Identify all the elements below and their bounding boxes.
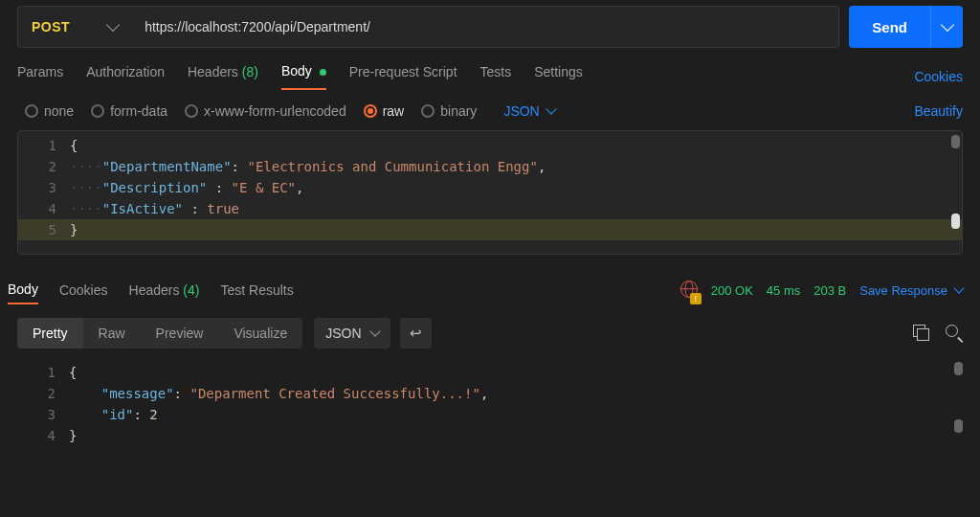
radio-icon: [421, 104, 434, 118]
response-format-label: JSON: [325, 326, 361, 341]
tab-headers[interactable]: Headers (8): [188, 64, 258, 89]
radio-icon: [25, 104, 38, 118]
search-icon[interactable]: [946, 325, 963, 342]
tab-body[interactable]: Body: [281, 63, 326, 90]
url-value: https://localhost:7200/api/Department/: [145, 19, 370, 34]
opt-binary[interactable]: binary: [421, 103, 477, 119]
line-number: 3: [18, 180, 70, 195]
line-number: 2: [17, 386, 69, 401]
request-body-editor[interactable]: 1{2····"DepartmentName": "Electronics an…: [17, 130, 963, 255]
response-tabs: Body Cookies Headers (4) Test Results ! …: [0, 276, 980, 304]
code-line: 3 "id": 2: [17, 404, 963, 425]
view-preview[interactable]: Preview: [141, 318, 219, 348]
code-line: 2····"DepartmentName": "Electronics and …: [18, 156, 962, 177]
code-line: 2 "message": "Deparment Created Successf…: [17, 383, 963, 404]
body-type-row: none form-data x-www-form-urlencoded raw…: [0, 90, 980, 130]
status-time: 45 ms: [767, 283, 800, 298]
method-dropdown[interactable]: POST: [17, 6, 131, 48]
warning-badge-icon: !: [690, 293, 702, 304]
request-bar: POST https://localhost:7200/api/Departme…: [0, 0, 980, 48]
view-raw[interactable]: Raw: [83, 318, 141, 348]
response-body-viewer[interactable]: 1{2 "message": "Deparment Created Succes…: [0, 358, 980, 463]
radio-icon: [185, 104, 198, 118]
line-number: 4: [18, 201, 70, 216]
chevron-down-icon: [953, 282, 964, 293]
status-group: ! 200 OK 45 ms 203 B Save Response: [680, 281, 963, 301]
code-line: 4}: [17, 425, 963, 446]
cookies-link[interactable]: Cookies: [914, 69, 963, 84]
beautify-link[interactable]: Beautify: [914, 103, 963, 119]
wrap-lines-button[interactable]: ↩: [400, 318, 432, 348]
resp-tab-headers[interactable]: Headers (4): [129, 277, 200, 303]
save-response-label: Save Response: [859, 283, 947, 298]
view-pretty[interactable]: Pretty: [17, 318, 83, 348]
code-content: "id": 2: [69, 407, 963, 422]
tab-tests[interactable]: Tests: [480, 64, 512, 89]
response-section: Body Cookies Headers (4) Test Results ! …: [0, 276, 980, 463]
scrollbar-thumb[interactable]: [954, 362, 963, 375]
resp-tab-cookies[interactable]: Cookies: [59, 277, 108, 303]
send-button[interactable]: Send: [849, 6, 930, 48]
resp-tab-testresults[interactable]: Test Results: [220, 277, 293, 303]
chevron-down-icon: [106, 18, 120, 32]
response-view-row: Pretty Raw Preview Visualize JSON ↩: [0, 304, 980, 358]
url-input[interactable]: https://localhost:7200/api/Department/: [131, 6, 839, 48]
headers-count: (8): [242, 64, 258, 79]
opt-raw[interactable]: raw: [364, 103, 405, 119]
resp-tab-body[interactable]: Body: [8, 276, 38, 304]
status-code: 200 OK: [711, 283, 753, 298]
opt-xwww[interactable]: x-www-form-urlencoded: [185, 103, 346, 119]
tab-headers-label: Headers: [188, 64, 238, 79]
status-size: 203 B: [813, 283, 846, 298]
code-content: ····"Description" : "E & EC",: [70, 180, 962, 195]
save-response-dropdown[interactable]: Save Response: [859, 283, 963, 298]
line-number: 5: [18, 222, 70, 237]
code-content: "message": "Deparment Created Successful…: [69, 386, 963, 401]
response-toolbar-right: [913, 325, 963, 342]
code-content: }: [69, 428, 963, 443]
chevron-down-icon: [546, 103, 556, 114]
code-content: {: [70, 138, 962, 153]
resp-headers-count: (4): [183, 282, 199, 298]
code-content: }: [70, 222, 962, 237]
code-line: 1{: [17, 362, 963, 383]
code-content: {: [69, 365, 963, 380]
code-content: ····"IsActive" : true: [70, 201, 962, 216]
wrap-icon: ↩: [410, 325, 422, 342]
scrollbar-thumb[interactable]: [954, 419, 963, 433]
radio-icon: [364, 104, 377, 118]
opt-formdata[interactable]: form-data: [91, 103, 167, 119]
tab-params[interactable]: Params: [17, 64, 63, 89]
code-line: 3····"Description" : "E & EC",: [18, 177, 962, 198]
line-number: 2: [18, 159, 70, 174]
copy-icon[interactable]: [913, 325, 930, 342]
body-modified-dot-icon: [320, 69, 326, 76]
tab-prerequest[interactable]: Pre-request Script: [349, 64, 457, 89]
line-number: 3: [17, 407, 69, 422]
opt-none[interactable]: none: [25, 103, 74, 119]
response-format-dropdown[interactable]: JSON: [314, 318, 390, 348]
code-content: ····"DepartmentName": "Electronics and C…: [70, 159, 962, 174]
network-icon[interactable]: !: [680, 281, 698, 301]
method-label: POST: [32, 19, 70, 34]
scrollbar-thumb[interactable]: [951, 135, 960, 148]
view-segment: Pretty Raw Preview Visualize: [17, 318, 302, 348]
line-number: 1: [17, 365, 69, 380]
code-line: 4····"IsActive" : true: [18, 198, 962, 219]
scrollbar-thumb[interactable]: [951, 214, 960, 229]
resp-headers-label: Headers: [129, 282, 180, 298]
radio-icon: [91, 104, 104, 118]
code-line: 5}: [18, 219, 962, 240]
chevron-down-icon: [369, 326, 380, 336]
request-tabs: Params Authorization Headers (8) Body Pr…: [0, 48, 980, 90]
view-visualize[interactable]: Visualize: [218, 318, 302, 348]
line-number: 1: [18, 138, 70, 153]
line-number: 4: [17, 428, 69, 443]
body-format-dropdown[interactable]: JSON: [503, 103, 554, 119]
code-line: 1{: [18, 135, 962, 156]
tab-settings[interactable]: Settings: [534, 64, 583, 89]
send-dropdown[interactable]: [930, 6, 963, 48]
body-format-label: JSON: [503, 103, 539, 119]
tab-body-label: Body: [281, 63, 312, 79]
tab-authorization[interactable]: Authorization: [86, 64, 165, 89]
